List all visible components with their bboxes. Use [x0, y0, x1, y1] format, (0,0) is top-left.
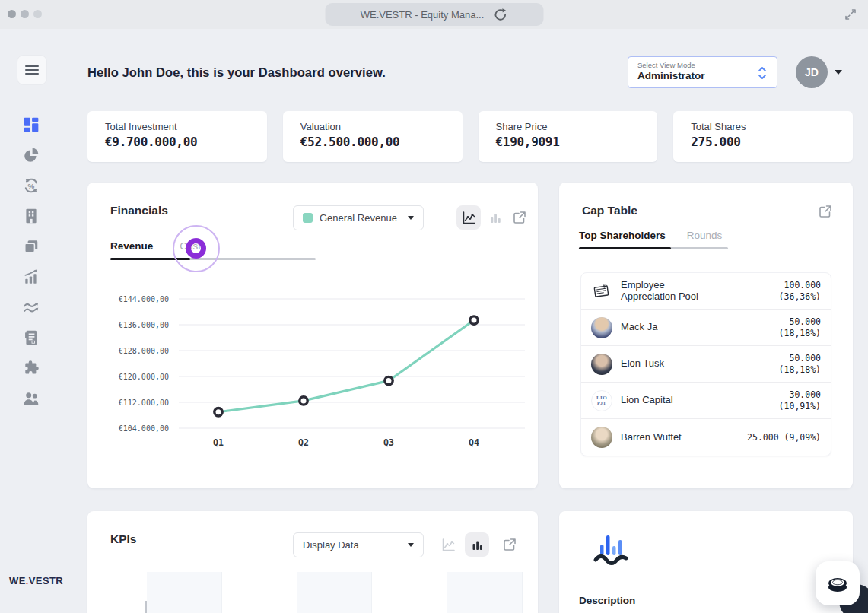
sidebar-item-stakeholders-icon[interactable] [23, 390, 40, 407]
tab-rounds[interactable]: Rounds [687, 230, 723, 241]
shareholder-value: 50.000(18,18%) [779, 353, 821, 376]
avatar [591, 317, 612, 338]
stat-value: 275.000 [691, 135, 835, 149]
stat-card-total-shares: Total Shares 275.000 [673, 111, 853, 162]
open-external-icon[interactable] [502, 537, 517, 552]
tab-track [579, 247, 728, 249]
cap-table-title: Cap Table [582, 204, 637, 218]
svg-text:Q1: Q1 [213, 437, 224, 448]
financials-card: Financials Revenue Costs General Revenue [87, 183, 538, 488]
svg-text:€128.000,00: €128.000,00 [119, 347, 169, 355]
line-chart-view-button[interactable] [456, 205, 481, 230]
page-title: WE.VESTR - Equity Mana... [361, 9, 485, 21]
stat-label: Valuation [300, 121, 445, 132]
chevron-down-icon [408, 216, 414, 220]
sidebar-item-trends-icon[interactable] [23, 299, 40, 316]
lion-capital-logo: LIOPJT [591, 390, 612, 411]
avatar-menu-caret[interactable] [835, 70, 842, 75]
line-chart-view-button[interactable] [436, 532, 460, 557]
series-select-value: General Revenue [320, 212, 401, 224]
window-control-dot[interactable] [33, 10, 42, 18]
financials-title: Financials [110, 204, 168, 218]
stat-card-share-price: Share Price €190,9091 [479, 111, 658, 162]
line-chart-icon [441, 538, 456, 552]
bar-chart-view-button[interactable] [483, 205, 507, 230]
window-control-dot[interactable] [21, 10, 29, 18]
menu-toggle-button[interactable] [17, 55, 47, 85]
sidebar-item-documents-icon[interactable] [23, 238, 40, 255]
bar-chart-icon [488, 211, 503, 225]
tab-active-indicator [110, 258, 190, 260]
shareholder-row-barren-wuffet[interactable]: Barren Wuffet 25.000 (9,09%) [581, 419, 831, 456]
shareholder-row-elon-tusk[interactable]: Elon Tusk 50.000(18,18%) [581, 346, 831, 383]
shareholder-row-lion-capital[interactable]: LIOPJT Lion Capital 30.000(10,91%) [581, 383, 831, 419]
open-external-icon[interactable] [818, 204, 833, 219]
kpi-bar-chart-area[interactable] [147, 572, 523, 613]
sidebar-item-dashboard-icon[interactable] [23, 116, 40, 133]
open-external-icon[interactable] [512, 210, 527, 225]
kpi-logo-icon [591, 531, 634, 570]
shareholder-row-mack-ja[interactable]: Mack Ja 50.000(18,18%) [581, 310, 831, 346]
sidebar-nav: % [0, 29, 73, 613]
revenue-series-select[interactable]: General Revenue [293, 205, 424, 230]
series-swatch [303, 213, 313, 223]
select-chevrons-icon [757, 65, 768, 81]
svg-text:€104.000,00: €104.000,00 [119, 424, 169, 433]
avatar [591, 427, 612, 448]
kpis-card: KPIs Display Data [87, 511, 538, 613]
stat-value: €9.700.000,00 [105, 135, 250, 149]
tab-revenue[interactable]: Revenue [110, 240, 153, 252]
view-mode-select[interactable]: Select View Mode Administrator [628, 56, 777, 88]
stat-card-valuation: Valuation €52.500.000,00 [283, 111, 463, 162]
avatar[interactable]: JD [796, 56, 828, 88]
description-title: Description [579, 595, 635, 606]
fullscreen-expand-icon[interactable] [844, 8, 857, 21]
shareholder-value: 30.000(10,91%) [779, 389, 821, 412]
wevestr-logo: WE.VESTR [9, 575, 63, 586]
shareholder-name: Lion Capital [621, 395, 718, 406]
financials-tabs: Revenue Costs [110, 240, 316, 260]
kpi-y-axis [145, 601, 147, 613]
window-control-dot[interactable] [8, 10, 16, 18]
svg-text:Q4: Q4 [469, 437, 479, 448]
chevron-down-icon [408, 543, 414, 547]
floating-action-button[interactable] [816, 561, 860, 605]
bar-chart-icon [470, 538, 485, 552]
kpi-data-select[interactable]: Display Data [293, 532, 424, 557]
tab-top-shareholders[interactable]: Top Shareholders [579, 230, 666, 241]
shareholder-value: 25.000 (9,09%) [747, 432, 821, 443]
shareholder-name: Employee Appreciation Pool [621, 280, 718, 303]
sidebar-item-exchange-percent-icon[interactable]: % [23, 177, 40, 194]
stat-label: Share Price [496, 121, 641, 132]
line-chart-icon [462, 211, 476, 225]
svg-text:Q2: Q2 [298, 437, 309, 448]
sidebar-item-pie-chart-icon[interactable] [23, 147, 40, 164]
sidebar-item-company-icon[interactable] [23, 208, 40, 224]
shareholder-row-employee-pool[interactable]: Employee Appreciation Pool 100.000(36,36… [581, 273, 831, 310]
sidebar-item-statistics-icon[interactable] [23, 268, 40, 285]
stat-label: Total Shares [691, 121, 835, 132]
cap-table-card: Cap Table Top Shareholders Rounds [559, 183, 853, 488]
stat-card-total-investment: Total Investment €9.700.000,00 [87, 111, 267, 162]
bar-chart-view-button[interactable] [465, 532, 489, 557]
stat-value: €52.500.000,00 [300, 135, 445, 149]
refresh-icon[interactable] [493, 8, 507, 22]
financials-line-chart[interactable]: €144.000,00€136.000,00€128.000,00€120.00… [103, 289, 529, 460]
stat-value: €190,9091 [496, 135, 641, 149]
svg-text:Q3: Q3 [383, 437, 394, 448]
svg-text:%: % [28, 182, 35, 190]
app-window: WE.VESTR - Equity Mana... [0, 0, 868, 613]
stats-row: Total Investment €9.700.000,00 Valuation… [87, 111, 853, 162]
shareholder-value: 50.000(18,18%) [779, 316, 821, 339]
greeting-text: Hello John Doe, this is your Dashboard o… [87, 65, 386, 80]
tab-costs[interactable]: Costs [180, 240, 206, 252]
stat-label: Total Investment [105, 121, 250, 132]
browser-tab-pill[interactable]: WE.VESTR - Equity Mana... [325, 3, 543, 26]
shareholder-value: 100.000(36,36%) [779, 280, 821, 303]
window-controls[interactable] [8, 10, 42, 18]
sidebar-item-integrations-icon[interactable] [23, 360, 40, 376]
shareholder-name: Mack Ja [621, 322, 718, 333]
shareholder-name: Elon Tusk [621, 358, 718, 370]
sidebar-item-reports-icon[interactable] [23, 329, 40, 346]
tab-track [110, 258, 316, 260]
